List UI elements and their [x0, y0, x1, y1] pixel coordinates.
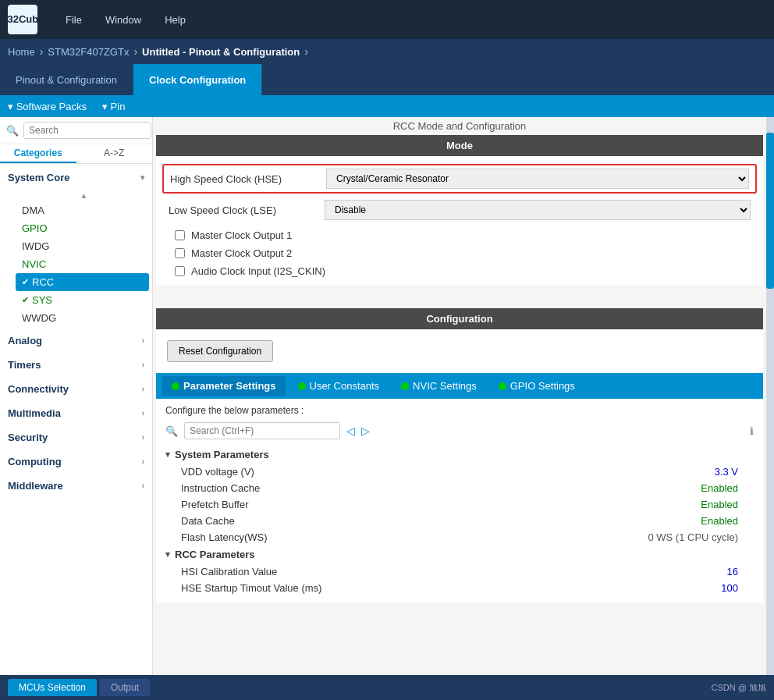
- category-computing[interactable]: Computing ›: [0, 449, 152, 474]
- bottom-credit: CSDN @ 旭旭: [712, 682, 766, 694]
- category-analog[interactable]: Analog ›: [0, 329, 152, 353]
- tab-gpio-settings[interactable]: GPIO Settings: [489, 376, 584, 396]
- param-row-icache: Instruction Cache Enabled: [165, 480, 754, 496]
- audio-label: Audio Clock Input (I2S_CKIN): [191, 265, 325, 277]
- search-prev[interactable]: ◁: [346, 425, 355, 437]
- packs-bar: Software Packs Pin: [0, 95, 774, 117]
- rcc-params-group[interactable]: ▾ RCC Parameters: [165, 545, 754, 563]
- gpio-dot: [499, 382, 506, 390]
- configure-label: Configure the below parameters :: [159, 402, 760, 419]
- middleware-arrow: ›: [142, 481, 144, 490]
- pinout-packs-item[interactable]: Pin: [102, 101, 125, 112]
- rcc-header: RCC Mode and Configuration: [153, 117, 766, 135]
- nvic-dot: [401, 382, 409, 390]
- mco1-checkbox[interactable]: [175, 230, 185, 240]
- lse-select[interactable]: Disable: [325, 200, 751, 220]
- connectivity-arrow: ›: [142, 385, 144, 393]
- bottom-bar: MCUs Selection Output CSDN @ 旭旭: [0, 675, 774, 700]
- tab-clock[interactable]: Clock Configuration: [133, 64, 262, 95]
- hse-label: High Speed Clock (HSE): [170, 173, 326, 185]
- search-next[interactable]: ▷: [361, 425, 370, 437]
- lse-row: Low Speed Clock (LSE) Disable: [162, 197, 757, 223]
- reset-config-button[interactable]: Reset Configuration: [167, 340, 273, 362]
- window-menu[interactable]: Window: [105, 14, 141, 26]
- computing-arrow: ›: [142, 457, 144, 466]
- category-multimedia[interactable]: Multimedia ›: [0, 401, 152, 425]
- sidebar-item-gpio[interactable]: GPIO: [16, 219, 152, 237]
- sidebar-item-wwdg[interactable]: WWDG: [16, 309, 152, 327]
- content-area: RCC Mode and Configuration Mode High Spe…: [153, 117, 766, 675]
- mco2-checkbox[interactable]: [175, 248, 185, 258]
- sidebar-item-rcc[interactable]: ✔ RCC: [16, 273, 149, 291]
- category-middleware[interactable]: Middleware ›: [0, 474, 152, 498]
- category-system-core[interactable]: System Core ▾: [0, 165, 152, 190]
- category-connectivity[interactable]: Connectivity ›: [0, 377, 152, 401]
- scroll-thumb: [766, 133, 774, 289]
- breadcrumb: Home › STM32F407ZGTx › Untitled - Pinout…: [0, 39, 774, 64]
- logo-icon: STM32 CubeMX: [8, 5, 37, 34]
- sidebar-item-dma[interactable]: DMA: [16, 201, 152, 219]
- search-icon-small: 🔍: [165, 425, 178, 437]
- bottom-tab-mcus[interactable]: MCUs Selection: [8, 679, 97, 696]
- mco1-row: Master Clock Output 1: [162, 226, 757, 244]
- category-timers[interactable]: Timers ›: [0, 353, 152, 377]
- right-scrollbar[interactable]: [766, 117, 774, 675]
- main-layout: 🔍 ⚙ Categories A->Z System Core ▾ ▲ DMA: [0, 117, 774, 675]
- params-search-input[interactable]: [184, 422, 340, 439]
- param-dot: [172, 382, 179, 390]
- search-input[interactable]: [23, 122, 151, 139]
- hse-row: High Speed Clock (HSE) Crystal/Ceramic R…: [162, 164, 757, 194]
- file-menu[interactable]: File: [66, 14, 82, 26]
- param-tree: ▾ System Parameters VDD voltage (V) 3.3 …: [159, 442, 760, 599]
- help-menu[interactable]: Help: [165, 14, 186, 26]
- tab-parameter-settings[interactable]: Parameter Settings: [162, 376, 286, 396]
- category-security[interactable]: Security ›: [0, 425, 152, 449]
- breadcrumb-device[interactable]: STM32F407ZGTx: [48, 46, 129, 58]
- rcc-params-arrow: ▾: [165, 549, 170, 560]
- rcc-check-icon: ✔: [22, 277, 29, 287]
- sys-check-icon: ✔: [22, 295, 29, 305]
- param-row-hsi-cal: HSI Calibration Value 16: [165, 563, 754, 580]
- param-row-hse-startup: HSE Startup Timout Value (ms) 100: [165, 580, 754, 596]
- search-icon: 🔍: [6, 125, 19, 137]
- param-row-prefetch: Prefetch Buffer Enabled: [165, 496, 754, 513]
- security-arrow: ›: [142, 433, 144, 442]
- sidebar-item-nvic[interactable]: NVIC: [16, 255, 152, 273]
- reset-btn-area: Reset Configuration: [156, 329, 763, 373]
- category-arrow: ▾: [140, 173, 144, 182]
- sidebar-item-iwdg[interactable]: IWDG: [16, 237, 152, 255]
- param-row-dcache: Data Cache Enabled: [165, 513, 754, 529]
- mode-content: High Speed Clock (HSE) Crystal/Ceramic R…: [156, 156, 763, 285]
- config-content: Reset Configuration Parameter Settings U…: [156, 329, 763, 602]
- tab-categories[interactable]: Categories: [0, 144, 76, 163]
- tab-bar: Pinout & Configuration Clock Configurati…: [0, 64, 774, 95]
- sidebar-search-row: 🔍 ⚙: [0, 117, 152, 144]
- software-packs-item[interactable]: Software Packs: [8, 101, 87, 112]
- lse-label: Low Speed Clock (LSE): [169, 204, 325, 216]
- audio-checkbox[interactable]: [175, 266, 185, 276]
- system-params-arrow: ▾: [165, 449, 170, 460]
- tab-user-constants[interactable]: User Constants: [289, 376, 389, 396]
- params-area: Configure the below parameters : 🔍 ◁ ▷ ℹ…: [156, 399, 763, 602]
- param-row-flash: Flash Latency(WS) 0 WS (1 CPU cycle): [165, 529, 754, 545]
- bottom-tab-output[interactable]: Output: [100, 679, 150, 696]
- audio-row: Audio Clock Input (I2S_CKIN): [162, 262, 757, 280]
- hse-select[interactable]: Crystal/Ceramic Resonator: [326, 169, 749, 189]
- breadcrumb-current[interactable]: Untitled - Pinout & Configuration: [142, 46, 300, 58]
- analog-arrow: ›: [142, 336, 144, 345]
- sidebar-tabs: Categories A->Z: [0, 144, 152, 164]
- tab-pinout[interactable]: Pinout & Configuration: [0, 64, 133, 95]
- sidebar: 🔍 ⚙ Categories A->Z System Core ▾ ▲ DMA: [0, 117, 153, 675]
- sidebar-items-system-core: ▲ DMA GPIO IWDG NVIC ✔: [0, 190, 152, 327]
- system-params-group[interactable]: ▾ System Parameters: [165, 446, 754, 464]
- params-search-bar: 🔍 ◁ ▷ ℹ: [159, 419, 760, 442]
- mco2-row: Master Clock Output 2: [162, 244, 757, 262]
- info-icon[interactable]: ℹ: [750, 425, 754, 437]
- breadcrumb-home[interactable]: Home: [8, 46, 35, 58]
- tab-az[interactable]: A->Z: [76, 144, 153, 163]
- mco1-label: Master Clock Output 1: [191, 229, 292, 241]
- tab-nvic-settings[interactable]: NVIC Settings: [392, 376, 486, 396]
- sidebar-item-sys[interactable]: ✔ SYS: [16, 291, 152, 309]
- user-dot: [298, 382, 306, 390]
- mode-section-title: Mode: [156, 135, 763, 156]
